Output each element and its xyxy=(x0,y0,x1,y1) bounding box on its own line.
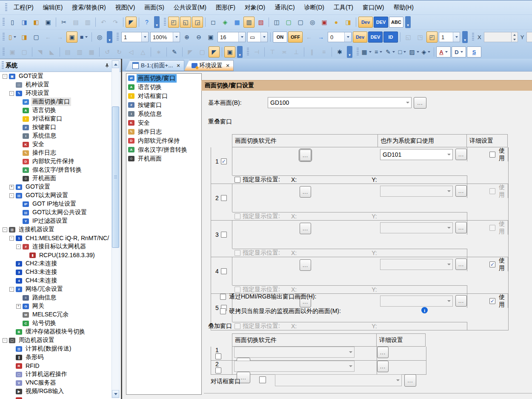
device-on-button[interactable]: ON xyxy=(273,32,287,43)
settings-list-item[interactable]: A假名汉字/拼音转换 xyxy=(126,145,201,154)
line-width-button[interactable]: ≡ xyxy=(373,46,384,57)
tree-item[interactable]: 3CH3:未连接 xyxy=(0,268,121,276)
detail-settings-button[interactable]: ... xyxy=(300,223,311,234)
detail-settings-button[interactable]: ... xyxy=(300,259,311,271)
scroll-thumb[interactable] xyxy=(112,106,119,248)
scroll-down-icon[interactable] xyxy=(112,390,119,398)
specify-position-checkbox[interactable] xyxy=(235,213,240,219)
tree-item[interactable]: i系统信息 xyxy=(0,132,121,140)
collapse-icon[interactable]: - xyxy=(16,244,21,249)
settings-list-item[interactable]: ⇄画面切换/窗口 xyxy=(126,74,201,83)
tree-item[interactable]: 4CH4:未连接 xyxy=(0,276,121,285)
window-search-button[interactable]: ◎ xyxy=(307,17,318,28)
hdmi-output-checkbox[interactable] xyxy=(220,294,226,300)
grid-setting-button[interactable]: ▦ xyxy=(361,46,372,57)
toolbar-overflow-icon[interactable]: ▾ xyxy=(107,31,112,43)
find-object-button[interactable]: ◎ xyxy=(94,32,105,43)
y-coordinate-spinner[interactable] xyxy=(526,32,532,42)
device-comment-button[interactable]: ▥ xyxy=(243,17,255,28)
toolbar-grip[interactable] xyxy=(247,48,249,56)
tree-item[interactable]: MMELSEC冗余 xyxy=(0,310,121,319)
tree-item[interactable]: ▶视频/RGB输入 xyxy=(0,387,121,396)
specify-position-checkbox[interactable] xyxy=(235,250,240,256)
settings-list-item[interactable]: D内部软元件保持 xyxy=(126,136,201,145)
tab-environment-settings[interactable]: 环境设置 ✕ xyxy=(184,60,234,71)
tab-close-icon[interactable]: ✕ xyxy=(226,63,230,69)
chevron-down-icon[interactable] xyxy=(395,375,401,386)
zoom-fit-button[interactable]: ▣ xyxy=(205,32,216,43)
toolbar-grip[interactable] xyxy=(117,33,119,41)
chevron-down-icon[interactable] xyxy=(446,259,452,270)
tree-item[interactable]: A语言切换 xyxy=(0,106,121,115)
use-as-system-window-checkbox[interactable] xyxy=(489,188,495,194)
scale-shrink-button[interactable]: ◣ xyxy=(46,46,57,57)
collapse-icon[interactable]: - xyxy=(9,91,14,96)
device-browse-button[interactable]: ... xyxy=(455,185,467,197)
overlap-row-checkbox[interactable]: ✓ xyxy=(221,158,227,164)
tree-item[interactable]: -✎环境设置 xyxy=(0,89,121,98)
pattern-button[interactable]: ▨ xyxy=(409,46,420,57)
display-window-button[interactable]: ▢ xyxy=(31,32,42,43)
settings-list-item[interactable]: i系统信息 xyxy=(126,109,201,118)
settings-list-item[interactable]: ✎操作日志 xyxy=(126,127,201,136)
tree-item[interactable]: ☺开机画面 xyxy=(0,174,121,183)
specify-position-checkbox[interactable] xyxy=(235,177,240,183)
tree-item[interactable]: ⇄画面切换/窗口 xyxy=(0,98,121,106)
align-center-button[interactable]: ≍ xyxy=(279,46,290,57)
grid-interval-combo[interactable]: 16 xyxy=(217,32,246,42)
settings-list-item[interactable]: #按键窗口 xyxy=(126,100,201,109)
tree-item[interactable]: ▮RCPU(192.168.3.39) xyxy=(0,251,121,259)
nav-forward-button[interactable]: → xyxy=(54,32,66,43)
select-frame-button[interactable]: ▢ xyxy=(295,17,306,28)
data-verify-button[interactable]: ◈ xyxy=(220,17,231,28)
undo-button[interactable]: ↶ xyxy=(98,17,109,28)
menu-item[interactable]: 工程(P) xyxy=(9,0,38,14)
tree-scrollbar[interactable] xyxy=(112,60,120,398)
detail-settings-button[interactable]: ... xyxy=(377,347,389,358)
device-replace-button[interactable]: ▧ xyxy=(255,17,266,28)
paste-template2-button[interactable]: ▥ xyxy=(74,46,85,57)
tree-item[interactable]: A假名汉字/拼音转换 xyxy=(0,166,121,174)
text-abc-button[interactable]: ABC xyxy=(389,17,403,28)
device-browse-button[interactable]: ... xyxy=(455,258,467,270)
overlap-row-checkbox[interactable] xyxy=(221,195,227,201)
web-download-button[interactable]: ◨ xyxy=(343,17,354,28)
tree-item[interactable]: +G网关 xyxy=(0,302,121,310)
screen-switch-device-combo[interactable] xyxy=(380,296,453,307)
module-save-button[interactable]: ▣ xyxy=(319,17,330,28)
menu-item[interactable]: 视图(V) xyxy=(111,0,140,14)
tree-item[interactable]: -▢周边机器设置 xyxy=(0,336,121,344)
group-button[interactable]: ▣ xyxy=(7,46,18,57)
layer-rear-button[interactable]: ◱ xyxy=(403,32,414,43)
window-overlap-button[interactable]: ◫ xyxy=(271,17,282,28)
line-style-button[interactable]: ✎ xyxy=(385,46,396,57)
screen-front-button[interactable]: ◰ xyxy=(168,17,179,28)
layer-mid-button[interactable]: ◳ xyxy=(415,32,426,43)
toolbar-overflow-icon[interactable]: ▾ xyxy=(154,16,160,28)
window-transfer-button[interactable]: ▢ xyxy=(283,17,294,28)
settings-list-item[interactable]: !对话框窗口 xyxy=(126,92,201,100)
align-left-edge-button[interactable]: ⊣ xyxy=(251,46,262,57)
zoom-in-button[interactable]: ⊕ xyxy=(181,32,192,43)
x-coordinate-spinner[interactable] xyxy=(484,32,518,42)
specify-position-checkbox[interactable] xyxy=(235,287,240,293)
tree-item[interactable]: ✎操作日志 xyxy=(0,149,121,157)
redo-button[interactable]: ↷ xyxy=(110,17,121,28)
tree-item[interactable]: D内部软元件保持 xyxy=(0,157,121,166)
area-select-button[interactable]: ▢ xyxy=(197,46,208,57)
distribute-v-button[interactable]: ∥ xyxy=(306,46,317,57)
device-grid-button[interactable]: DEV xyxy=(374,17,388,28)
dialog-window-browse-button[interactable]: ... xyxy=(404,374,416,387)
tree-item[interactable]: RRFID xyxy=(0,362,121,370)
basic-screen-combo[interactable]: GD100 xyxy=(268,97,412,108)
toolbar-grip[interactable] xyxy=(3,18,5,26)
menu-item[interactable]: 编辑(E) xyxy=(38,0,68,14)
collapse-icon[interactable]: - xyxy=(9,236,14,241)
paste-template-button[interactable]: ▤ xyxy=(62,46,73,57)
panel-grip[interactable] xyxy=(2,61,4,70)
nav-back-button[interactable]: ← xyxy=(43,32,54,43)
tree-item[interactable]: K安全 xyxy=(0,140,121,149)
toolbar-grip[interactable] xyxy=(472,33,474,41)
detail-settings-button[interactable]: ... xyxy=(377,361,389,372)
use-as-system-window-checkbox[interactable] xyxy=(489,152,495,158)
